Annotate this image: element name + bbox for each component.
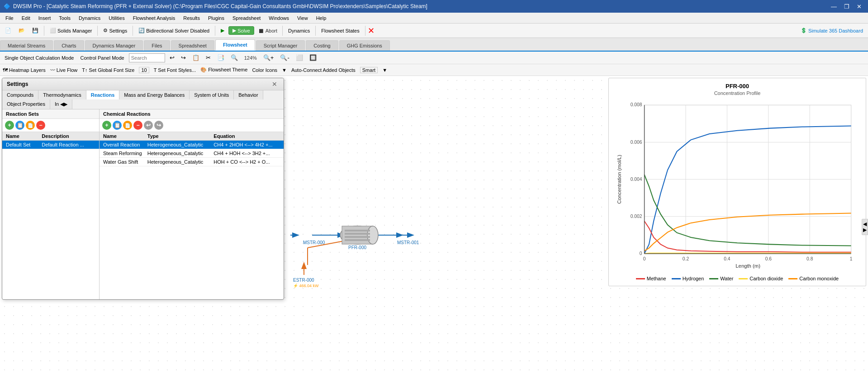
svg-text:0.8: 0.8 bbox=[806, 256, 813, 261]
tab-thermodynamics[interactable]: Thermodynamics bbox=[38, 90, 86, 99]
menu-view[interactable]: View bbox=[294, 14, 312, 22]
tab-flowsheet[interactable]: Flowsheet bbox=[215, 39, 255, 51]
window-controls[interactable]: — ❐ ✕ bbox=[828, 2, 864, 11]
new-button[interactable]: 📄 bbox=[2, 26, 14, 35]
flowsheet-theme-btn[interactable]: 🎨 Flowsheet Theme bbox=[200, 67, 247, 73]
tab-files[interactable]: Files bbox=[144, 40, 170, 51]
rxn-equation-1: CH4 + HOH <--> 3H2 +... bbox=[213, 151, 280, 156]
menu-file[interactable]: File bbox=[2, 14, 17, 22]
menu-flowsheet-analysis[interactable]: Flowsheet Analysis bbox=[129, 14, 179, 22]
search-input[interactable] bbox=[129, 53, 165, 62]
menu-utilities[interactable]: Utilities bbox=[105, 14, 128, 22]
chart-subtitle: Concentration Profile bbox=[613, 90, 861, 96]
bidirectional-solver-button[interactable]: 🔄 Bidirectional Solver Disabled bbox=[135, 26, 213, 35]
rxn-type-2: Heterogeneous_Catalytic bbox=[147, 159, 214, 165]
legend-label-carbon-dioxide: Carbon dioxide bbox=[749, 276, 783, 281]
close-button[interactable]: ✕ bbox=[854, 2, 864, 11]
chemical-reaction-row-1[interactable]: Steam Reforming Heterogeneous_Catalytic … bbox=[100, 149, 284, 158]
tab-compounds[interactable]: Compounds bbox=[2, 90, 38, 99]
global-font-size-btn[interactable]: T↑ Set Global Font Size bbox=[82, 67, 134, 73]
toolbar-icon-7[interactable]: ⬜ bbox=[294, 53, 305, 62]
stop-icon[interactable]: ✕ bbox=[368, 26, 375, 36]
svg-text:0.004: 0.004 bbox=[631, 177, 642, 182]
add-reaction-button[interactable]: + bbox=[102, 121, 111, 130]
menu-spreadsheet[interactable]: Spreadsheet bbox=[229, 14, 264, 22]
zoom-in-icon[interactable]: 🔍+ bbox=[261, 53, 276, 62]
menu-plugins[interactable]: Plugins bbox=[204, 14, 228, 22]
tab-reactions[interactable]: Reactions bbox=[86, 90, 120, 99]
toolbar-icon-8[interactable]: 🔲 bbox=[308, 53, 318, 62]
delete-reaction-set-button[interactable]: − bbox=[36, 121, 45, 130]
tab-ghg-emissions[interactable]: GHG Emissions bbox=[339, 40, 390, 51]
reaction-set-name: Default Set bbox=[6, 142, 42, 147]
flowsheet-states-button[interactable]: Flowsheet States bbox=[318, 27, 362, 35]
toolbar-icon-3[interactable]: 📋 bbox=[190, 53, 201, 62]
separator-2 bbox=[97, 26, 98, 36]
color-icons-dropdown[interactable]: ▼ bbox=[282, 67, 287, 73]
tab-mass-energy[interactable]: Mass and Energy Balances bbox=[119, 90, 190, 99]
tab-dynamics-manager[interactable]: Dynamics Manager bbox=[85, 40, 143, 51]
toolbar-icon-4[interactable]: ✂ bbox=[204, 53, 213, 62]
simulate365-button[interactable]: 💲 Simulate 365 Dashboard bbox=[797, 26, 866, 35]
toolbar-icon-6[interactable]: 🔍 bbox=[229, 53, 240, 62]
tab-in[interactable]: In ◀▶ bbox=[50, 99, 72, 109]
tab-system-units[interactable]: System of Units bbox=[190, 90, 234, 99]
save-button[interactable]: 💾 bbox=[29, 26, 42, 35]
live-flow-btn[interactable]: 〰 Live Flow bbox=[50, 67, 78, 73]
redo-reaction-button[interactable]: ↪ bbox=[154, 121, 163, 130]
maximize-button[interactable]: ❐ bbox=[841, 2, 852, 11]
svg-rect-10 bbox=[345, 233, 370, 235]
settings-close-button[interactable]: ✕ bbox=[270, 80, 279, 88]
copy-reaction-set-button[interactable]: 📋 bbox=[15, 121, 24, 130]
tab-costing[interactable]: Costing bbox=[306, 40, 338, 51]
toolbar-icon-1[interactable]: ↩ bbox=[168, 53, 176, 62]
settings-button[interactable]: ⚙ Settings bbox=[100, 26, 130, 35]
svg-text:0: 0 bbox=[640, 251, 642, 256]
menu-edit[interactable]: Edit bbox=[18, 14, 34, 22]
control-panel-mode[interactable]: Control Panel Mode bbox=[78, 54, 126, 61]
menu-help[interactable]: Help bbox=[313, 14, 330, 22]
tab-object-properties[interactable]: Object Properties bbox=[2, 99, 50, 109]
reaction-set-desc: Default Reaction ... bbox=[42, 142, 95, 147]
svg-rect-11 bbox=[345, 236, 370, 238]
tab-spreadsheet[interactable]: Spreadsheet bbox=[171, 40, 214, 51]
chemical-reaction-row-0[interactable]: Overall Reaction Heterogeneous_Catalytic… bbox=[100, 141, 284, 149]
solve-button[interactable]: ▶ Solve bbox=[228, 26, 254, 35]
menu-tools[interactable]: Tools bbox=[55, 14, 74, 22]
open-button[interactable]: 📂 bbox=[15, 26, 28, 35]
toolbar-icon-5[interactable]: 📑 bbox=[215, 53, 226, 62]
menu-windows[interactable]: Windows bbox=[265, 14, 293, 22]
tab-script-manager[interactable]: Script Manager bbox=[256, 40, 305, 51]
copy-reaction-button[interactable]: 📋 bbox=[113, 121, 122, 130]
smart-dropdown[interactable]: ▼ bbox=[382, 67, 387, 73]
tab-material-streams[interactable]: Material Streams bbox=[0, 40, 53, 51]
zoom-out-icon[interactable]: 🔍- bbox=[278, 53, 291, 62]
tab-behavior[interactable]: Behavior bbox=[234, 90, 263, 99]
right-panel-toggle[interactable]: ◀ ▶ bbox=[862, 219, 868, 235]
color-icons-btn[interactable]: Color Icons bbox=[252, 67, 277, 73]
menu-dynamics[interactable]: Dynamics bbox=[75, 14, 104, 22]
menu-insert[interactable]: Insert bbox=[35, 14, 55, 22]
set-font-styles-btn[interactable]: T Set Font Styles... bbox=[154, 67, 196, 73]
toolbar-icon-2[interactable]: ↪ bbox=[179, 53, 188, 62]
reaction-set-row-0[interactable]: Default Set Default Reaction ... bbox=[2, 141, 99, 149]
tab-charts[interactable]: Charts bbox=[54, 40, 84, 51]
legend-color-hydrogen bbox=[672, 278, 681, 279]
chemical-reaction-row-2[interactable]: Water Gas Shift Heterogeneous_Catalytic … bbox=[100, 158, 284, 166]
paste-reaction-button[interactable]: 📄 bbox=[123, 121, 132, 130]
single-object-mode[interactable]: Single Object Calculation Mode bbox=[3, 54, 76, 61]
delete-reaction-button[interactable]: − bbox=[133, 121, 142, 130]
play-button[interactable]: ▶ bbox=[218, 26, 228, 35]
minimize-button[interactable]: — bbox=[828, 2, 840, 11]
undo-reaction-button[interactable]: ↩ bbox=[144, 121, 153, 130]
add-reaction-set-button[interactable]: + bbox=[5, 121, 14, 130]
solids-manager-button[interactable]: ⬜ Solids Manager bbox=[47, 26, 95, 35]
svg-text:MSTR-000: MSTR-000 bbox=[303, 240, 325, 245]
heatmap-layers-btn[interactable]: 🗺 Heatmap Layers bbox=[3, 67, 46, 73]
abort-button[interactable]: ⏹ Abort bbox=[255, 26, 280, 35]
legend-methane: Methane bbox=[636, 276, 666, 281]
paste-reaction-set-button[interactable]: 📄 bbox=[26, 121, 35, 130]
reaction-sets-header: Reaction Sets bbox=[2, 109, 99, 119]
menu-results[interactable]: Results bbox=[180, 14, 204, 22]
dynamics-button[interactable]: Dynamics bbox=[285, 27, 313, 35]
